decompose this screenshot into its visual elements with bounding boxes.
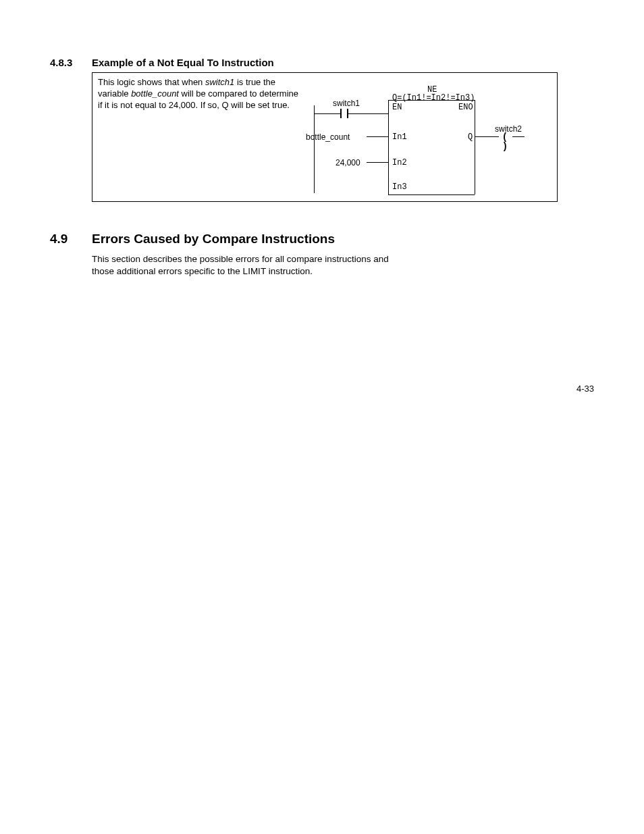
label-switch1: switch1 bbox=[333, 99, 360, 108]
block-eno: ENO bbox=[458, 103, 473, 112]
heading-title: Errors Caused by Compare Instructions bbox=[92, 232, 335, 246]
body-4-9: This section describes the possible erro… bbox=[92, 253, 402, 278]
block-left bbox=[388, 100, 389, 194]
block-in1: In1 bbox=[392, 132, 407, 142]
block-bottom bbox=[388, 194, 475, 195]
ladder-diagram: switch1 NE Q=(In1!=In2!=In3) EN ENO bbox=[314, 78, 550, 197]
wire bbox=[367, 162, 388, 163]
heading-4-8-3: 4.8.3 Example of a Not Equal To Instruct… bbox=[50, 57, 594, 68]
contact-switch1 bbox=[338, 109, 350, 118]
desc-italic-switch1: switch1 bbox=[205, 77, 234, 87]
coil-switch2: ( ) bbox=[499, 132, 512, 142]
block-expr: Q=(In1!=In2!=In3) bbox=[392, 93, 475, 103]
page-number: 4-33 bbox=[576, 384, 594, 394]
block-in3: In3 bbox=[392, 182, 407, 192]
block-right bbox=[475, 100, 475, 194]
label-value: 24,000 bbox=[336, 158, 360, 167]
wire bbox=[512, 136, 525, 137]
example-description: This logic shows that when switch1 is tr… bbox=[98, 77, 300, 111]
wire bbox=[350, 113, 388, 114]
desc-italic-bottle-count: bottle_count bbox=[131, 88, 179, 99]
desc-text: This logic shows that when bbox=[98, 77, 205, 87]
wire bbox=[367, 136, 388, 137]
label-bottle-count: bottle_count bbox=[306, 132, 350, 142]
block-en: EN bbox=[392, 103, 402, 112]
heading-number: 4.8.3 bbox=[50, 57, 92, 68]
wire bbox=[475, 136, 499, 137]
block-q: Q bbox=[468, 132, 473, 142]
heading-4-9: 4.9 Errors Caused by Compare Instruction… bbox=[50, 232, 594, 246]
wire bbox=[314, 113, 338, 114]
heading-number: 4.9 bbox=[50, 232, 92, 246]
block-in2: In2 bbox=[392, 158, 407, 167]
example-box: This logic shows that when switch1 is tr… bbox=[92, 72, 558, 202]
rail-left bbox=[314, 105, 315, 193]
page: 4.8.3 Example of a Not Equal To Instruct… bbox=[0, 0, 644, 834]
heading-title: Example of a Not Equal To Instruction bbox=[92, 57, 274, 68]
